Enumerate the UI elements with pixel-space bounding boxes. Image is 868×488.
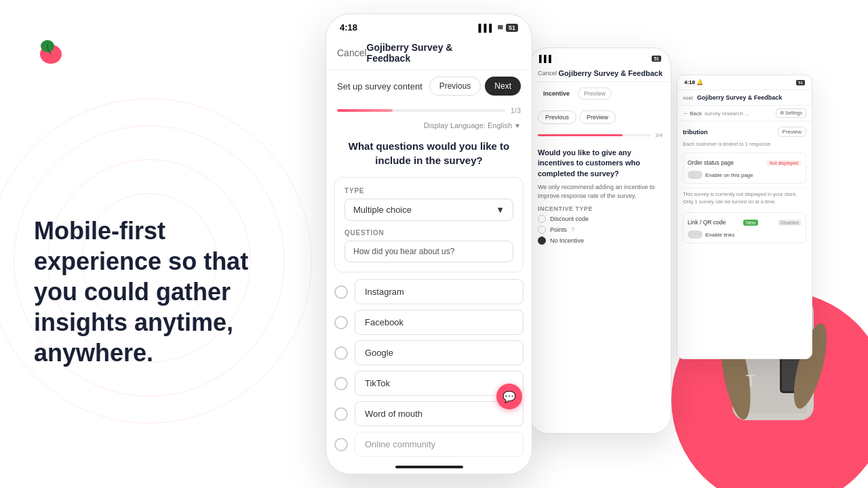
language-selector[interactable]: Display Language: English ▼: [326, 119, 532, 132]
sec-option-none[interactable]: No Incentive: [538, 237, 663, 245]
desktop-cancel[interactable]: ncel: [683, 95, 693, 101]
desktop-links-label: Enable links: [705, 232, 734, 238]
radio-wordofmouth[interactable]: [334, 407, 348, 421]
option-label-facebook[interactable]: Facebook: [355, 310, 524, 335]
radio-tiktok[interactable]: [334, 377, 348, 390]
desktop-distribution-row: tribution Preview: [683, 127, 806, 137]
option-instagram: Instagram: [334, 279, 524, 304]
desktop-not-displayed-badge: Not displayed: [766, 160, 802, 166]
desktop-breadcrumb: survey research ...: [705, 110, 773, 117]
sec-option-discount-label: Discount code: [550, 216, 589, 222]
option-label-online[interactable]: Online community: [355, 432, 524, 457]
question-value: How did you hear about us?: [353, 247, 454, 256]
sec-battery: 51: [652, 56, 661, 62]
battery-indicator: 51: [506, 24, 518, 32]
question-icon: ?: [571, 226, 574, 233]
left-section: Mobile-first experience so that you coul…: [0, 0, 312, 488]
sec-body-text: We only recommend adding an incentive to…: [538, 183, 663, 200]
desktop-distribution-label: tribution: [683, 129, 708, 136]
desktop-enable-row: Enable on this page: [688, 171, 802, 179]
sec-cancel[interactable]: Cancel: [538, 70, 557, 77]
desktop-limitation-text: Each customer is limited to 1 response.: [683, 141, 806, 147]
survey-title: What questions would you like to include…: [326, 132, 532, 177]
option-label-wordofmouth[interactable]: Word of mouth: [355, 401, 524, 426]
answer-options: Instagram Facebook Google TikTok Word of…: [334, 279, 524, 457]
desktop-preview-btn[interactable]: Preview: [778, 127, 806, 137]
home-indicator: [395, 466, 463, 468]
desktop-settings-btn[interactable]: ⚙ Settings: [776, 108, 806, 118]
option-label-instagram[interactable]: Instagram: [355, 279, 524, 304]
type-select[interactable]: Multiple choice ▼: [344, 199, 513, 221]
status-bar: 4:18 ▌▌▌ ≋ 51: [326, 14, 532, 37]
desktop-back-btn[interactable]: ← Back: [683, 110, 702, 117]
radio-google[interactable]: [334, 346, 348, 360]
sec-header: Cancel Gojiberry Survey & Feedback: [530, 65, 671, 82]
radio-facebook[interactable]: [334, 316, 348, 329]
language-text: Display Language: English: [424, 121, 512, 129]
sec-status-bar: ▌▌▌ 51: [530, 48, 671, 65]
option-google: Google: [334, 340, 524, 365]
sec-option-points[interactable]: Points ?: [538, 226, 663, 234]
app-logo: [34, 34, 68, 68]
desktop-order-row: Order status page Not displayed: [688, 157, 802, 168]
option-label-google[interactable]: Google: [355, 340, 524, 365]
desktop-link-qr-card: Link / QR code New Disabled Enable links: [683, 212, 806, 243]
progress-fill: [337, 109, 393, 112]
radio-online[interactable]: [334, 438, 348, 451]
sec-tabs: Incentive Preview: [530, 82, 671, 105]
desktop-link-label: Link / QR code: [688, 219, 726, 226]
sec-title: Gojiberry Survey & Feedback: [559, 69, 663, 77]
sec-prog-fill: [538, 134, 623, 136]
toolbar-label: Set up survey content: [337, 81, 422, 92]
sec-progress: 3/4: [530, 129, 671, 141]
type-label: TYPE: [344, 187, 513, 195]
option-facebook: Facebook: [334, 310, 524, 335]
sec-preview-btn[interactable]: Preview: [579, 110, 616, 124]
sec-radio-points: [538, 226, 546, 234]
desktop-nav-bar: ← Back survey research ... ⚙ Settings: [677, 106, 812, 121]
sec-option-points-label: Points: [550, 226, 567, 233]
sec-option-discount[interactable]: Discount code: [538, 215, 663, 223]
hero-tagline: Mobile-first experience so that you coul…: [34, 216, 292, 368]
desktop-enable-toggle[interactable]: [688, 171, 703, 179]
chat-fab[interactable]: 💬: [496, 384, 522, 409]
question-label: QUESTION: [344, 229, 513, 237]
type-value: Multiple choice: [353, 205, 412, 215]
question-input[interactable]: How did you hear about us?: [344, 241, 513, 262]
phone-title: Gojiberry Survey & Feedback: [367, 42, 495, 64]
desktop-time: 4:18 🔔: [684, 79, 703, 85]
desktop-note: This survey is currently not displayed i…: [683, 188, 806, 208]
sec-time: ▌▌▌: [539, 55, 553, 62]
radio-instagram[interactable]: [334, 285, 348, 299]
tab-incentive[interactable]: Incentive: [538, 88, 575, 99]
previous-button[interactable]: Previous: [429, 77, 481, 96]
desktop-links-toggle[interactable]: [688, 230, 703, 239]
desktop-link-row: Link / QR code New Disabled: [688, 217, 802, 228]
desktop-enable-label: Enable on this page: [705, 172, 753, 178]
desktop-battery: 51: [796, 80, 805, 85]
desktop-order-label: Order status page: [688, 159, 734, 166]
next-button[interactable]: Next: [485, 77, 521, 96]
desktop-links-row: Enable links: [688, 230, 802, 239]
progress-label: 1/3: [511, 106, 521, 115]
dropdown-icon: ▼: [496, 205, 505, 215]
desktop-app-title: Gojiberry Survey & Feedback: [697, 94, 806, 101]
progress-container: 1/3: [326, 102, 532, 119]
sec-radio-discount: [538, 215, 546, 223]
cancel-button[interactable]: Cancel: [337, 47, 367, 58]
option-tiktok: TikTok: [334, 371, 524, 396]
tab-preview[interactable]: Preview: [578, 87, 612, 100]
option-online: Online community: [334, 432, 524, 457]
desktop-header: ncel Gojiberry Survey & Feedback: [677, 90, 812, 106]
sec-option-none-label: No Incentive: [550, 237, 584, 244]
phone-main: 4:18 ▌▌▌ ≋ 51 Cancel Gojiberry Survey & …: [326, 14, 532, 474]
sec-prev-btn[interactable]: Previous: [538, 110, 576, 124]
sec-body: Would you like to give any incentives to…: [530, 141, 671, 257]
sec-toolbar: Previous Preview: [530, 105, 671, 129]
chevron-down-icon: ▼: [514, 122, 521, 129]
desktop-new-badge: New: [743, 220, 758, 226]
toolbar-buttons: Previous Next: [429, 77, 521, 96]
progress-track: [337, 109, 505, 112]
desktop-panel: 4:18 🔔 51 ncel Gojiberry Survey & Feedba…: [677, 75, 812, 359]
desktop-disabled-badge: Disabled: [778, 220, 802, 226]
